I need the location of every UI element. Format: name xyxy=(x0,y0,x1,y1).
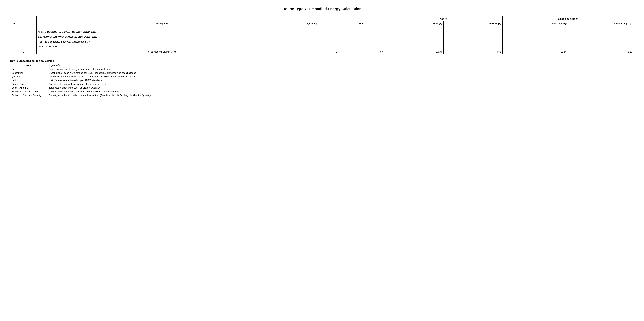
header-cost-amount: Amount (£) xyxy=(444,21,502,26)
key-section: Key to Embodied carbon calculation Colum… xyxy=(10,59,634,97)
key-row: Costs - AmountTotal cost of each work it… xyxy=(10,86,634,90)
key-row: UnitUnit of measurement used as per SMM7… xyxy=(10,79,634,82)
row-ec-rate: 21.55 xyxy=(502,49,568,54)
key-column-name: Costs - Amount xyxy=(10,86,48,90)
header-ec-group: Embodied Carbon xyxy=(502,17,634,21)
sub-header-label: E10 MIXING/ CASTING/ CURING IN SITU CONC… xyxy=(36,35,286,39)
key-explanation: Quantity of work measured as per the dra… xyxy=(48,75,634,79)
item-description: Filling hollow walls xyxy=(36,44,286,49)
row-cost-rate: 22.34 xyxy=(384,49,444,54)
key-explanation: Description of each work item as per SMM… xyxy=(48,71,634,75)
row-quantity: 2 xyxy=(286,49,338,54)
key-col-header-left: Column xyxy=(10,64,48,67)
key-title: Key to Embodied carbon calculation xyxy=(10,59,634,62)
key-column-name: Embodied Carbon - Quantity xyxy=(10,93,48,97)
key-column-name: Ref xyxy=(10,67,48,71)
key-explanation: Total cost of each work item (Unit rate … xyxy=(48,86,634,90)
key-explanation: Rate of embodied carbon obtained from th… xyxy=(48,90,634,93)
header-quantity: Quantity xyxy=(286,17,338,26)
header-unit: Unit xyxy=(338,17,384,26)
page-title: House Type Y: Embodied Energy Calculatio… xyxy=(10,7,634,11)
table-row: Filling hollow walls xyxy=(10,44,634,49)
header-ref: Ref xyxy=(10,17,36,26)
header-ec-amount: Amount (kgCO₂) xyxy=(568,21,634,26)
header-description: Description xyxy=(36,17,286,26)
key-column-name: Unit xyxy=(10,79,48,82)
key-explanation: Reference number for easy identification… xyxy=(48,67,634,71)
header-costs-group: Costs xyxy=(384,17,502,21)
key-explanation: Cost rate of each work item as per the c… xyxy=(48,82,634,86)
table-row: IN SITU CONCRETE/ LARGE PRECAST CONCRETE xyxy=(10,30,634,35)
key-column-name: Embodied Carbon - Rate xyxy=(10,90,48,93)
key-table: Column Explanation RefReference number f… xyxy=(10,64,634,97)
row-ec-amount: 43.10 xyxy=(568,49,634,54)
key-column-name: Quantity xyxy=(10,75,48,79)
header-ec-rate: Rate (kgCO₂) xyxy=(502,21,568,26)
key-row: Costs - RateCost rate of each work item … xyxy=(10,82,634,86)
row-cost-amount: 44.68 xyxy=(444,49,502,54)
key-row: Embodied Carbon - RateRate of embodied c… xyxy=(10,90,634,93)
main-table: Ref Description Quantity Unit Costs Embo… xyxy=(10,16,634,54)
table-row xyxy=(10,26,634,30)
key-col-header-right: Explanation xyxy=(48,64,634,67)
key-explanation: Quantity of embodied carbon for each wor… xyxy=(48,93,634,97)
key-row: Embodied Carbon - QuantityQuantity of em… xyxy=(10,93,634,97)
header-cost-rate: Rate (£) xyxy=(384,21,444,26)
key-row: DescriptionDescription of each work item… xyxy=(10,71,634,75)
row-description: Not exceeding 150mm thick xyxy=(36,49,286,54)
key-row: QuantityQuantity of work measured as per… xyxy=(10,75,634,79)
key-column-name: Costs - Rate xyxy=(10,82,48,86)
row-unit: m3 xyxy=(338,49,384,54)
key-column-name: Description xyxy=(10,71,48,75)
table-row: D Not exceeding 150mm thick 2 m3 22.34 4… xyxy=(10,49,634,54)
table-row: Plain insitu concrete, grade GEN1 design… xyxy=(10,39,634,44)
key-explanation: Unit of measurement used as per SMM7 sta… xyxy=(48,79,634,82)
item-description: Plain insitu concrete, grade GEN1 design… xyxy=(36,39,286,44)
key-row: RefReference number for easy identificat… xyxy=(10,67,634,71)
section-header-label: IN SITU CONCRETE/ LARGE PRECAST CONCRETE xyxy=(36,30,286,35)
table-row: E10 MIXING/ CASTING/ CURING IN SITU CONC… xyxy=(10,35,634,39)
row-ref: D xyxy=(10,49,36,54)
